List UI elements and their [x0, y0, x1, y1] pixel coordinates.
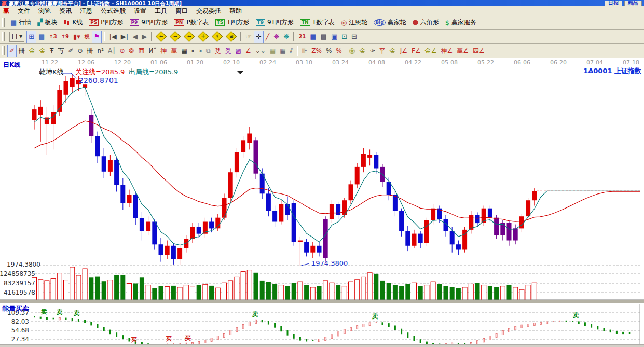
gann-tool-left-8[interactable]: ⊙ [75, 45, 85, 57]
gann-tool-left-14[interactable]: 囲 [136, 45, 147, 57]
gann-tool-left-28[interactable]: ⫽ [287, 45, 294, 57]
winner-service-button[interactable]: $赢家服务 [442, 17, 479, 29]
gann-tool-left-3[interactable]: 金 [27, 45, 37, 57]
candle-style-button[interactable]: ▮▾ [71, 31, 83, 43]
knot-teal-button[interactable]: ❋ [281, 31, 291, 43]
compress-button[interactable]: ✛ [196, 31, 210, 43]
gann-tool-left-23[interactable]: ▨ [234, 45, 243, 57]
save-button[interactable]: ▣ [329, 31, 339, 43]
gann-tool-right-11[interactable]: F∠ [409, 45, 423, 57]
cycle3-button[interactable]: ↑3 [47, 31, 59, 43]
sectors-button[interactable]: ▞板块 [34, 17, 60, 29]
gann-tool-left-6[interactable]: 丂 [56, 45, 66, 57]
calendar-button[interactable]: 21 [296, 31, 308, 43]
gann-tool-right-2[interactable]: Z% [309, 45, 324, 57]
menu-item-工具[interactable]: 工具 [150, 6, 171, 16]
next-page-button[interactable]: ▶ [140, 31, 149, 43]
gann-tool-left-5[interactable]: Ŧ [48, 45, 56, 57]
toolbar-grip[interactable] [2, 18, 5, 27]
winner-wheel-button[interactable]: Big赢家轮 [371, 17, 409, 29]
gann-wheel-button[interactable]: ◎江恩轮 [338, 17, 371, 29]
gann-tool-right-5[interactable]: ㊎ [347, 45, 358, 57]
trend-line-button[interactable]: ╱ [264, 31, 272, 43]
gann-tool-left-19[interactable]: ⇤⇥ [189, 45, 204, 57]
gann-tool-left-2[interactable]: 卌 [17, 45, 27, 57]
notes-button[interactable]: ▤ [319, 31, 329, 43]
t9-square-button[interactable]: T99T四方形 [253, 17, 297, 29]
t-number-button[interactable]: TNT数字表 [297, 17, 338, 29]
hexagon-button[interactable]: 六角形 [409, 17, 442, 29]
gann-tool-left-12[interactable]: ⊕ [117, 45, 127, 57]
gann-tool-right-15[interactable]: 四∠ [471, 45, 487, 57]
pan-left-button[interactable]: ← [154, 31, 168, 43]
gann-tool-left-17[interactable]: 赢 [169, 45, 180, 57]
calculator-button[interactable]: ▦ [308, 31, 318, 43]
gann-tool-left-9[interactable]: 卌 [85, 45, 95, 57]
chart-layout-button[interactable]: ⊞ [26, 31, 36, 43]
gann-tool-left-4[interactable]: 金 [37, 45, 48, 57]
gann-tool-left-26[interactable]: ▦ [268, 45, 278, 57]
menu-item-浏览[interactable]: 浏览 [34, 6, 55, 16]
system-button[interactable]: ⊟ [349, 31, 359, 43]
kline-button[interactable]: K线 [60, 17, 86, 29]
p-square-button[interactable]: PSP四方形 [86, 17, 126, 29]
p-number-button[interactable]: PNP数字表 [171, 17, 212, 29]
menu-item-文件[interactable]: 文件 [13, 6, 34, 16]
cycle9-button[interactable]: ↑9 [59, 31, 71, 43]
zoom-in-button[interactable]: ⊞ [224, 31, 238, 43]
gann-tool-left-18[interactable]: ▦ [180, 45, 189, 57]
pan-hand-button[interactable]: ☞ [243, 31, 254, 43]
first-page-button[interactable]: |◀ [107, 31, 118, 43]
p9-square-button[interactable]: P99P四方形 [127, 17, 171, 29]
menu-item-设置[interactable]: 设置 [130, 6, 150, 16]
info-panel-button[interactable]: ▤ [36, 31, 47, 43]
gann-tool-left-27[interactable]: ▦ [278, 45, 287, 57]
toolbar-grip[interactable] [2, 46, 5, 55]
crosshair-button[interactable]: ✛ [254, 31, 264, 43]
quotes-button[interactable]: ▦行情 [7, 17, 34, 29]
titlebar-button-日报[interactable]: 日报 [605, 1, 622, 6]
gann-tool-left-1[interactable]: ✐ [7, 45, 17, 57]
t-square-button[interactable]: TST四方形 [212, 17, 253, 29]
period-selector[interactable]: 日▼ [7, 31, 26, 43]
flag-button[interactable]: ⚑ [92, 31, 102, 43]
gann-tool-left-10[interactable]: n² [95, 45, 106, 57]
menu-item-江恩[interactable]: 江恩 [76, 6, 97, 16]
prev-page-button[interactable]: ◀ [130, 31, 140, 43]
gann-tool-right-12[interactable]: 金∠ [423, 45, 439, 57]
gann-tool-left-21[interactable]: 爻 [213, 45, 223, 57]
menu-item-窗口[interactable]: 窗口 [171, 6, 192, 16]
main-chart-svg[interactable]: 11-2212-0612-2001-0601-2002-1002-2403-10… [0, 58, 644, 347]
gann-tool-right-4[interactable]: %_ [334, 45, 347, 57]
gann-tool-left-13[interactable]: ❂ [127, 45, 136, 57]
menu-item-交易委托[interactable]: 交易委托 [192, 6, 225, 16]
gann-tool-left-16[interactable]: 神 [159, 45, 169, 57]
zoom-out-button[interactable]: ✳ [210, 31, 224, 43]
toolbar-grip[interactable] [2, 32, 5, 41]
chart-area[interactable]: 11-2212-0612-2001-0601-2002-1002-2403-10… [0, 58, 644, 347]
gann-tool-right-14[interactable]: 赢∠ [455, 45, 471, 57]
panel-splitter[interactable] [0, 300, 644, 303]
menu-item-资讯[interactable]: 资讯 [55, 6, 76, 16]
gann-tool-right-6[interactable]: 金 [358, 45, 368, 57]
gann-tool-left-11[interactable]: A⎮ [106, 45, 117, 57]
menu-item-公式选股[interactable]: 公式选股 [97, 6, 130, 16]
gann-tool-left-25[interactable]: ⌄⌄ [253, 45, 268, 57]
gann-tool-right-9[interactable]: 金 [388, 45, 398, 57]
gann-tool-right-10[interactable]: J∠ [398, 45, 409, 57]
gann-tool-left-7[interactable]: ✐ [66, 45, 75, 57]
restore-rights-button[interactable]: 权 [83, 31, 92, 43]
network-button[interactable]: ⊡ [339, 31, 349, 43]
expand-h-button[interactable]: ↔ [182, 31, 196, 43]
gann-tool-right-1[interactable]: ⊪ [300, 45, 309, 57]
pan-right-button[interactable]: → [168, 31, 182, 43]
gann-tool-right-13[interactable]: 神∠ [439, 45, 455, 57]
gann-tool-right-8[interactable]: 平 [377, 45, 388, 57]
titlebar-button-精品[interactable]: 精品 [624, 1, 642, 6]
knot-purple-button[interactable]: ❋ [272, 31, 282, 43]
gann-tool-right-7[interactable]: ✑ [368, 45, 377, 57]
gann-tool-right-3[interactable]: % [324, 45, 334, 57]
gann-tool-left-15[interactable]: И˝ [147, 45, 159, 57]
gann-tool-left-22[interactable]: 爻 [223, 45, 234, 57]
gann-tool-left-20[interactable]: ⧉ [204, 45, 213, 57]
